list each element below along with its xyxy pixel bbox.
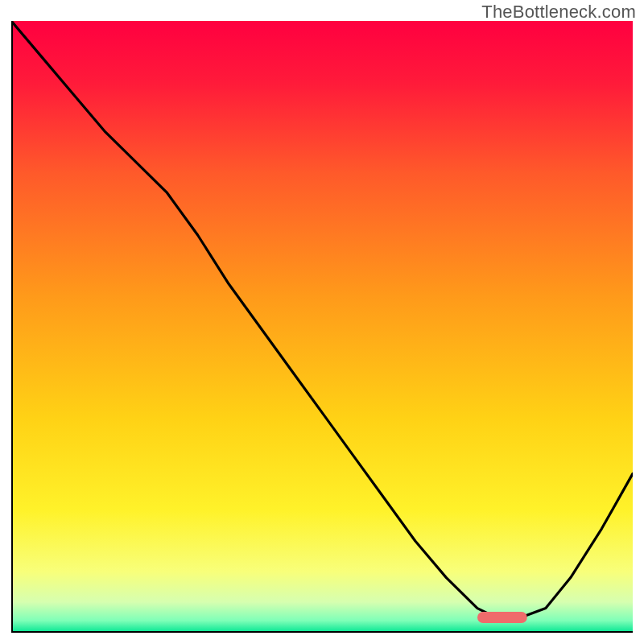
bottleneck-chart (11, 21, 633, 633)
optimal-marker (477, 612, 527, 623)
chart-container: TheBottleneck.com (0, 0, 644, 644)
heat-background (11, 21, 633, 633)
watermark-text: TheBottleneck.com (481, 2, 636, 23)
